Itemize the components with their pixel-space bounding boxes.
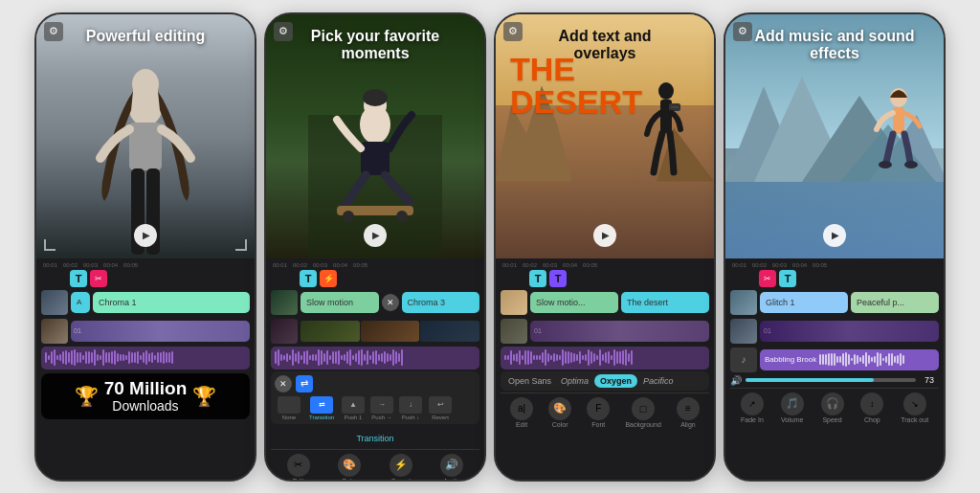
font-optima[interactable]: Optima	[557, 374, 592, 388]
thumb-2	[271, 290, 298, 315]
text-badge-4[interactable]: T	[779, 270, 796, 287]
chop-icon[interactable]: ↕ Chop	[860, 392, 883, 423]
play-button-4[interactable]: ▶	[823, 224, 846, 247]
photo-caption-4: Add music and sound effects	[725, 28, 944, 62]
clip-chroma1[interactable]: Chroma 1	[93, 292, 250, 313]
fade-out-icon[interactable]: ↘ Track out	[901, 392, 928, 423]
trans-revert[interactable]: ↩ Revert	[426, 396, 455, 420]
app-container: Powerful editing ⚙ ▶ 00:01 00:	[0, 0, 980, 493]
timeline-area-1: 00:01 00:02 00:03 00:04 00:05 T ✂ A Chro…	[36, 258, 255, 480]
timeline-area-2: 00:01 00:02 00:03 00:04 00:05 T ⚡ Slow m…	[266, 258, 484, 482]
badge-row-4: ✂ T	[730, 270, 939, 287]
volume-number: 73	[920, 375, 939, 385]
laurel-left: 🏆	[75, 385, 99, 408]
volume-icon[interactable]: 🔊	[730, 375, 742, 386]
transition-dot[interactable]: ✕	[382, 294, 399, 311]
font-selector: Open Sans Optima Oxygen Pacifico	[501, 371, 709, 391]
trans-transition[interactable]: ⇄ Transition	[305, 396, 338, 420]
corner-br	[235, 239, 247, 251]
mountain-person	[872, 86, 924, 191]
audio-icon[interactable]: 🔊 Audio	[440, 454, 463, 482]
broll-clip-1: 01	[71, 321, 250, 342]
downloads-badge: 🏆 70 Million Downloads 🏆	[41, 373, 250, 420]
text-badge-1[interactable]: T	[70, 270, 87, 287]
bg-icon[interactable]: □ Background	[625, 397, 660, 428]
headphone-icon[interactable]: 🎧 Speed	[821, 392, 844, 423]
font-pacifico[interactable]: Pacifico	[639, 374, 678, 388]
broll-track-3: 01	[501, 318, 709, 345]
music-thumb: ♪	[730, 347, 757, 372]
waveform-3	[501, 347, 709, 370]
text-badge-3a[interactable]: T	[529, 270, 546, 287]
phone-card-2: Pick your favorite moments ⚙ ▶ 00:01 00:…	[264, 12, 486, 482]
align-icon[interactable]: ≡ Align	[677, 397, 700, 428]
svg-point-13	[658, 82, 674, 100]
bottom-icons-4: ↗ Fade In 🎵 Volume 🎧 Speed ↕ Chop	[730, 388, 939, 425]
clip-slow-motion[interactable]: Slow motion	[301, 292, 379, 313]
trans-push1[interactable]: ▲ Push 1	[340, 396, 367, 420]
badge-row-2: T ⚡	[271, 270, 479, 287]
gear-icon-3[interactable]: ⚙	[503, 22, 523, 41]
gear-icon-4[interactable]: ⚙	[733, 22, 752, 41]
gear-icon[interactable]: ⚙	[44, 22, 63, 41]
text-badge-2[interactable]: T	[300, 270, 317, 287]
clip-a[interactable]: A	[71, 292, 90, 313]
screen-2: Pick your favorite moments ⚙ ▶ 00:01 00:…	[266, 14, 484, 482]
fade-in-icon[interactable]: ↗ Fade In	[741, 392, 764, 423]
play-button-1[interactable]: ▶	[134, 224, 157, 247]
svg-point-1	[132, 69, 159, 100]
trans-none[interactable]: None	[275, 396, 303, 420]
text-style-icon[interactable]: a| Edit	[510, 397, 533, 428]
trans-push3[interactable]: ↓ Push ↓	[397, 396, 424, 420]
svg-point-12	[396, 211, 408, 222]
svg-rect-2	[129, 123, 162, 170]
clip-slow-mo[interactable]: Slow motio...	[530, 292, 618, 313]
scissors-badge-1[interactable]: ✂	[90, 270, 107, 287]
scrub-row-4: 00:01 00:02 00:03 00:04 00:05	[730, 262, 939, 268]
timeline-area-3: 00:01 00:02 00:03 00:04 00:05 T T Slow m…	[496, 258, 714, 480]
phone-card-4: Add music and sound effects ⚙ ▶ 00:01 00…	[724, 12, 946, 482]
text-badge-3b[interactable]: T	[549, 270, 567, 287]
speed-icon[interactable]: ⚡ Speed	[390, 454, 412, 482]
scissors-badge-4[interactable]: ✂	[759, 270, 776, 287]
thumb-broll-2	[271, 319, 298, 344]
video-track-4: Glitch 1 Peaceful p...	[730, 289, 939, 316]
font-icon[interactable]: F Font	[587, 397, 610, 428]
photo-caption-2: Pick your favorite moments	[266, 28, 484, 62]
music-clip[interactable]: Babbling Brook	[760, 349, 939, 370]
shuffle-btn[interactable]: ⇄	[296, 375, 313, 392]
timeline-area-4: 00:01 00:02 00:03 00:04 00:05 ✂ T Glitch…	[725, 258, 944, 480]
color-icon[interactable]: 🎨 Color	[338, 454, 361, 482]
thumb-broll-4	[730, 319, 757, 344]
badge-row-1: T ✂	[41, 270, 250, 287]
speed-badge-2[interactable]: ⚡	[320, 270, 337, 287]
transition-controls: ✕ ⇄ None ⇄ Transition	[271, 371, 479, 424]
clip-chroma3[interactable]: Chroma 3	[402, 292, 480, 313]
play-button-3[interactable]: ▶	[593, 224, 616, 247]
desert-person	[642, 77, 690, 191]
corner-bl	[44, 239, 56, 251]
overlay-text-3: THE DESERT	[510, 53, 642, 118]
broll-thumb-3	[420, 321, 479, 342]
scrub-row-3: 00:01 00:02 00:03 00:04 00:05	[501, 262, 709, 268]
font-opensans[interactable]: Open Sans	[504, 374, 555, 388]
edit-icon[interactable]: ✂ Edit	[287, 454, 310, 482]
badge-row-3: T T	[501, 270, 709, 287]
volume-fill	[746, 378, 874, 382]
gear-icon-2[interactable]: ⚙	[274, 22, 293, 41]
music-nav-icon[interactable]: 🎵 Volume	[781, 392, 804, 423]
screen-3: THE DESERT Add text and overlays ⚙ ▶	[496, 14, 714, 480]
svg-point-8	[363, 89, 388, 106]
photo-area-1: Powerful editing ⚙ ▶	[36, 14, 255, 258]
laurel-row: 🏆 70 Million Downloads 🏆	[75, 379, 217, 415]
trans-push2[interactable]: → Push →	[368, 396, 395, 420]
color-icon-3[interactable]: 🎨 Color	[548, 397, 571, 428]
volume-slider[interactable]	[746, 378, 916, 382]
font-oxygen[interactable]: Oxygen	[594, 374, 637, 388]
clip-desert[interactable]: The desert	[621, 292, 709, 313]
close-btn[interactable]: ✕	[275, 375, 292, 392]
clip-glitch[interactable]: Glitch 1	[760, 292, 848, 313]
screen-1: Powerful editing ⚙ ▶ 00:01 00:	[36, 14, 255, 480]
play-button-2[interactable]: ▶	[364, 224, 387, 247]
clip-peaceful[interactable]: Peaceful p...	[851, 292, 939, 313]
